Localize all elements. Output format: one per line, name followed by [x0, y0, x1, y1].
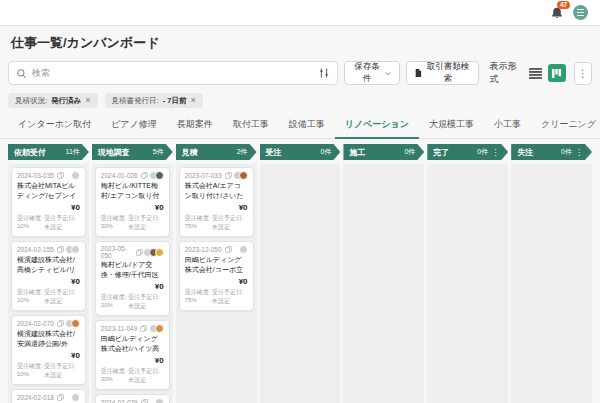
card-probability: 受注確度: 10%	[17, 362, 44, 380]
card-due-date: 受注予定日: 未設定	[212, 288, 248, 306]
filter-tune-icon[interactable]	[318, 67, 330, 79]
avatar	[71, 171, 80, 180]
kanban-card[interactable]: 2023-05-050 梅村ビル/ドア交換・修理/千代田区丸の内2丁目7-2 ¥…	[95, 241, 170, 316]
card-probability: 受注確度: 75%	[185, 288, 212, 306]
tab-equipment[interactable]: 設備工事	[279, 113, 335, 138]
card-title: 梅村ビル/ドア交換・修理/千代田区丸の内2丁目7-2	[101, 260, 164, 281]
copy-icon[interactable]	[140, 325, 147, 332]
search-box[interactable]	[8, 61, 338, 85]
kanban-card[interactable]: 2024-02-070 横濱建設株式会社/安満遺跡公園/外壁・屋根塗装/ ¥0 …	[11, 315, 86, 385]
card-avatars	[74, 393, 80, 402]
card-due-date: 受注予定日: 未設定	[44, 214, 80, 232]
filter-chip-estimate-issue-date[interactable]: 見積書発行日: - 7日前 ×	[105, 93, 203, 108]
card-title: 横濱建設株式会社/高橋シティビル/リフォーム工事/高…	[17, 255, 80, 276]
card-avatars	[146, 248, 164, 257]
tab-largescale[interactable]: 大規模工事	[419, 113, 484, 138]
column-header: 失注 0件 ⋮	[511, 144, 592, 160]
tab-intercom[interactable]: インターホン取付	[8, 113, 101, 138]
card-due-date: 受注予定日: 未設定	[128, 367, 164, 385]
document-icon	[415, 68, 422, 78]
kanban-card[interactable]: 2023-07-033 株式会社A/エアコン取り付け/さいたま市南区鹿手袋 ¥0…	[179, 167, 254, 237]
column-menu-icon[interactable]: ⋮	[575, 148, 583, 157]
copy-icon[interactable]	[57, 320, 64, 327]
column-name: 施工	[349, 147, 365, 158]
card-id: 2023-05-050	[101, 245, 133, 259]
card-amount: ¥0	[101, 282, 164, 291]
card-id: 2024-01-026	[101, 172, 138, 179]
kanban-card[interactable]: 2024-02-155 横濱建設株式会社/高橋シティビル/リフォーム工事/高… …	[11, 241, 86, 311]
column-count: 0件	[404, 147, 415, 157]
copy-icon[interactable]	[225, 172, 232, 179]
card-amount: ¥0	[17, 277, 80, 286]
card-id: 2024-02-070	[17, 320, 54, 327]
card-id: 2023-07-033	[185, 172, 222, 179]
kanban-card[interactable]: 2024-03-035 株式会社MITAビルディング/セブンイレブン 赤堀/リ……	[11, 167, 86, 237]
column-body	[511, 164, 592, 403]
tab-piano-repair[interactable]: ピアノ修理	[101, 113, 167, 138]
card-amount: ¥0	[101, 356, 164, 365]
tab-longterm[interactable]: 長期案件	[167, 113, 223, 138]
column-name: 完了	[433, 147, 449, 158]
notification-bell-icon[interactable]: 47	[550, 6, 564, 20]
card-id: 2023-11-049	[101, 325, 137, 332]
chip-close-icon[interactable]: ×	[85, 96, 90, 105]
filter-chip-estimate-status[interactable]: 見積状況: 発行済み ×	[8, 93, 98, 108]
card-amount: ¥0	[17, 203, 80, 212]
copy-icon[interactable]	[141, 172, 148, 179]
card-title: 株式会社MITAビルディング/セブンイレブン 赤堀/リ…	[17, 181, 80, 202]
doc-search-label: 取引書類検索	[426, 61, 469, 85]
toolbar-more-button[interactable]: ⋮	[574, 62, 592, 85]
card-title: 田嶋ビルディング株式会社/ハイツ高尾/エアコン取り…	[101, 334, 164, 355]
category-tabs: インターホン取付 ピアノ修理 長期案件 取付工事 設備工事 リノベーション 大規…	[0, 113, 600, 139]
avatar	[71, 245, 80, 254]
chip-value: - 7日前	[163, 96, 187, 106]
copy-icon[interactable]	[141, 399, 148, 403]
view-format-label: 表示形式	[490, 60, 521, 86]
doc-search-button[interactable]: 取引書類検索	[406, 61, 478, 85]
avatar	[155, 324, 164, 333]
search-input[interactable]	[32, 68, 313, 78]
copy-icon[interactable]	[57, 172, 64, 179]
column-order-received: 受注 0件	[260, 144, 341, 403]
avatar	[71, 393, 80, 402]
kanban-card[interactable]: 2024-02-018 田嶋ビルディング株式会社/国立ヒルズ/エアコン取り… ¥…	[11, 389, 86, 403]
card-due-date: 受注予定日: 未設定	[128, 214, 164, 232]
column-menu-icon[interactable]: ⋮	[491, 148, 499, 157]
avatar	[155, 398, 164, 403]
search-icon	[16, 68, 27, 79]
column-request-received: 依頼受付 11件 2024-03-035 株式会社MITAビルディング/セブンイ…	[8, 144, 89, 403]
column-construction: 施工 0件	[343, 144, 424, 403]
kanban-card[interactable]: 2023-11-049 田嶋ビルディング株式会社/ハイツ高尾/エアコン取り… ¥…	[95, 320, 170, 390]
list-view-icon[interactable]	[527, 64, 545, 82]
card-avatars	[152, 324, 164, 333]
card-probability: 受注確度: 10%	[17, 214, 44, 232]
kanban-card[interactable]: 2024-02-029 田嶋ビルディング株式会社/三鷹スクエアビル/エアコ… ¥…	[95, 394, 170, 403]
tab-small-work[interactable]: 小工事	[484, 113, 531, 138]
tab-installation[interactable]: 取付工事	[223, 113, 279, 138]
user-avatar[interactable]	[573, 5, 588, 20]
save-conditions-button[interactable]: 保存条件	[344, 61, 401, 85]
kanban-view-icon[interactable]	[548, 64, 566, 82]
kanban-card[interactable]: 2023-12-050 田嶋ビルディング株式会社/コーポ立川/エアコン取り… ¥…	[179, 241, 254, 311]
column-complete: 完了 0件 ⋮	[427, 144, 508, 403]
avatar	[239, 171, 248, 180]
chip-close-icon[interactable]: ×	[190, 96, 195, 105]
avatar	[71, 319, 80, 328]
column-body: 2024-03-035 株式会社MITAビルディング/セブンイレブン 赤堀/リ……	[8, 164, 89, 403]
column-header: 完了 0件 ⋮	[427, 144, 508, 160]
card-id: 2024-02-018	[17, 394, 54, 401]
copy-icon[interactable]	[57, 246, 64, 253]
kanban-card[interactable]: 2024-01-026 梅村ビル/KITTE梅村/エアコン取り付け/千代田区丸の…	[95, 167, 170, 237]
tab-cleaning[interactable]: クリーニング	[531, 113, 600, 138]
copy-icon[interactable]	[136, 249, 143, 256]
avatar	[155, 171, 164, 180]
avatar	[239, 245, 248, 254]
chevron-down-icon	[385, 71, 391, 76]
tab-renovation[interactable]: リノベーション	[335, 113, 419, 139]
card-id: 2024-02-155	[17, 246, 54, 253]
column-body	[427, 164, 508, 403]
copy-icon[interactable]	[57, 394, 64, 401]
toolbar: 保存条件 取引書類検索 表示形式 ⋮	[0, 58, 600, 86]
column-body: 2024-01-026 梅村ビル/KITTE梅村/エアコン取り付け/千代田区丸の…	[92, 164, 173, 403]
copy-icon[interactable]	[225, 246, 232, 253]
